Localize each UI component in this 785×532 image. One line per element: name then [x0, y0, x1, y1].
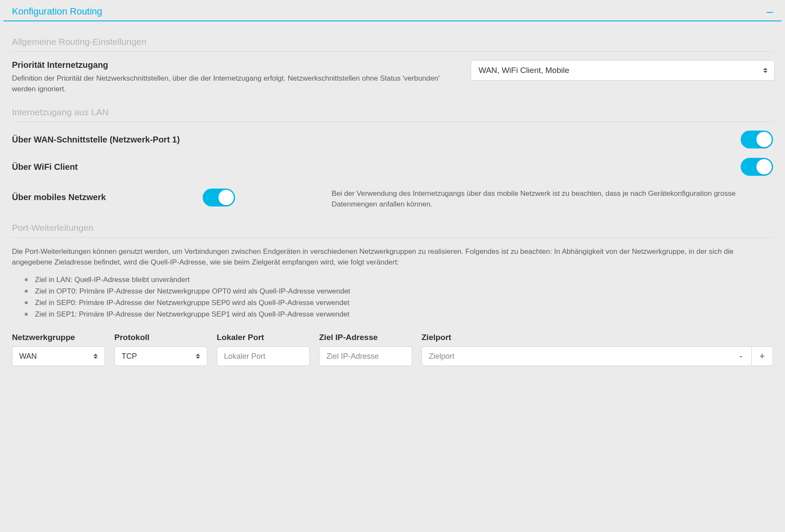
pf-col-targetport: Zielport - + — [422, 333, 773, 366]
list-item: Ziel in OPT0: Primäre IP-Adresse der Net… — [32, 285, 773, 297]
priority-select-value: WAN, WiFi Client, Mobile — [479, 66, 570, 75]
list-item: Ziel in LAN: Quell-IP-Adresse bleibt unv… — [32, 274, 773, 285]
section-lan-heading: Internetzugang aus LAN — [12, 107, 773, 122]
pf-col-protocol: Protokoll TCP — [114, 333, 207, 366]
chevron-updown-icon — [93, 353, 98, 359]
pf-protocol-label: Protokoll — [114, 333, 207, 342]
priority-left: Priorität Internetzugang Definition der … — [12, 60, 454, 94]
panel-title: Konfiguration Routing — [12, 6, 102, 17]
list-item: Ziel in SEP1: Primäre IP-Adresse der Net… — [32, 308, 773, 320]
wan-toggle[interactable] — [741, 131, 773, 148]
pf-netgroup-select[interactable]: WAN — [12, 346, 105, 366]
section-pf-heading: Port-Weiterleitungen — [12, 223, 773, 238]
pf-col-targetip: Ziel IP-Adresse — [319, 333, 412, 366]
mobile-toggle-desc: Bei der Verwendung des Internetzugangs ü… — [331, 189, 773, 209]
collapse-button[interactable]: – — [766, 9, 773, 15]
pf-bullet-list: Ziel in LAN: Quell-IP-Adresse bleibt unv… — [12, 274, 773, 320]
pf-col-localport: Lokaler Port — [217, 333, 310, 366]
section-general-heading: Allgemeine Routing-Einstellungen — [12, 37, 773, 52]
priority-right: WAN, WiFi Client, Mobile — [471, 60, 775, 81]
pf-netgroup-value: WAN — [19, 352, 37, 361]
chevron-updown-icon — [763, 67, 768, 73]
panel-body: Allgemeine Routing-Einstellungen Priorit… — [3, 21, 782, 366]
wan-toggle-row: Über WAN-Schnittstelle (Netzwerk-Port 1) — [12, 131, 773, 148]
toggle-knob — [756, 159, 772, 174]
pf-targetport-label: Zielport — [422, 333, 773, 342]
priority-select[interactable]: WAN, WiFi Client, Mobile — [471, 60, 775, 81]
remove-row-button[interactable]: - — [730, 346, 752, 366]
pf-targetip-label: Ziel IP-Adresse — [319, 333, 412, 342]
pf-form-row: Netzwerkgruppe WAN Protokoll TCP Lokaler… — [12, 333, 773, 366]
priority-desc: Definition der Priorität der Netzwerksch… — [12, 73, 454, 94]
wifi-toggle-row: Über WiFi Client — [12, 158, 773, 176]
pf-targetport-group: - + — [422, 346, 773, 366]
priority-row: Priorität Internetzugang Definition der … — [12, 60, 773, 94]
panel-header: Konfiguration Routing – — [3, 4, 782, 21]
wan-toggle-label: Über WAN-Schnittstelle (Netzwerk-Port 1) — [12, 135, 180, 145]
pf-protocol-value: TCP — [122, 352, 137, 361]
pf-localport-label: Lokaler Port — [217, 333, 310, 342]
pf-intro-text: Die Port-Weiterleitungen können genutzt … — [12, 246, 773, 268]
pf-targetport-input[interactable] — [422, 346, 730, 366]
mobile-toggle[interactable] — [203, 189, 235, 206]
add-row-button[interactable]: + — [752, 346, 773, 366]
mobile-toggle-row: Über mobiles Netzwerk Bei der Verwendung… — [12, 185, 773, 209]
priority-label: Priorität Internetzugang — [12, 60, 454, 70]
toggle-knob — [756, 132, 772, 147]
chevron-updown-icon — [196, 353, 200, 359]
pf-localport-input[interactable] — [217, 346, 310, 366]
wifi-toggle-label: Über WiFi Client — [12, 162, 78, 172]
toggle-knob — [218, 190, 234, 205]
list-item: Ziel in SEP0: Primäre IP-Adresse der Net… — [32, 297, 773, 308]
routing-config-panel: Konfiguration Routing – Allgemeine Routi… — [0, 0, 785, 375]
pf-targetip-input[interactable] — [319, 346, 412, 366]
mobile-toggle-label: Über mobiles Netzwerk — [12, 192, 106, 202]
pf-protocol-select[interactable]: TCP — [114, 346, 207, 366]
wifi-toggle[interactable] — [741, 158, 773, 176]
pf-netgroup-label: Netzwerkgruppe — [12, 333, 105, 342]
pf-col-netgroup: Netzwerkgruppe WAN — [12, 333, 105, 366]
